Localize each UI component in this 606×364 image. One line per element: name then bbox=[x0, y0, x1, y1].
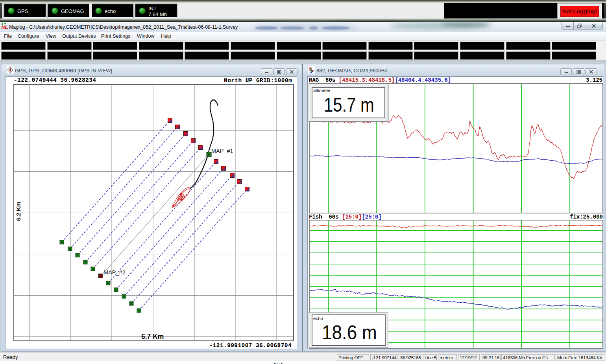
svg-text:3.125: 3.125 bbox=[586, 77, 602, 83]
svg-text:-122.0749444 36.9628234: -122.0749444 36.9628234 bbox=[14, 77, 96, 83]
svg-text:echo: echo bbox=[313, 316, 323, 321]
svg-text:-121.9991007 36.9068704: -121.9991007 36.9068704 bbox=[209, 342, 292, 349]
svg-text:North UP GRID:1000m: North UP GRID:1000m bbox=[224, 77, 292, 84]
svg-text:Fish 60s [25:0][25:0]: Fish 60s [25:0][25:0] bbox=[309, 214, 382, 220]
svg-text:6.7 Km: 6.7 Km bbox=[141, 333, 164, 340]
svg-text:MAG 60s [48415.3:48418.5][484: MAG 60s [48415.3:48418.5][48404.4:48435.… bbox=[309, 77, 451, 83]
svg-text:fix:25.000: fix:25.000 bbox=[570, 214, 603, 220]
svg-text:altimeter: altimeter bbox=[313, 88, 331, 93]
svg-text:6.2 Km: 6.2 Km bbox=[15, 202, 22, 221]
svg-text:18.6 m: 18.6 m bbox=[322, 322, 377, 344]
svg-text:MAP_#1: MAP_#1 bbox=[211, 148, 233, 154]
svg-text:15.7 m: 15.7 m bbox=[324, 94, 374, 116]
svg-text:MAP_#2: MAP_#2 bbox=[103, 269, 126, 276]
